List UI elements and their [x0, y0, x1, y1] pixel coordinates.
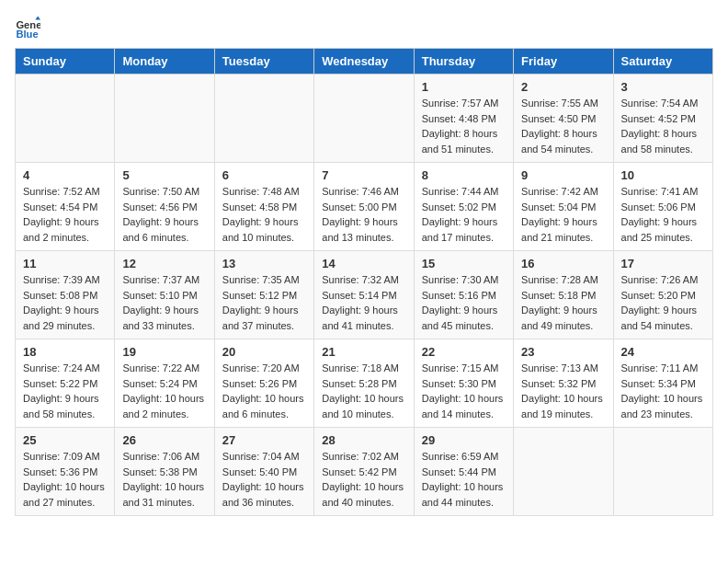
day-number: 22 [422, 345, 506, 359]
calendar-cell: 12Sunrise: 7:37 AM Sunset: 5:10 PM Dayli… [115, 251, 214, 339]
calendar-cell: 25Sunrise: 7:09 AM Sunset: 5:36 PM Dayli… [16, 428, 115, 516]
weekday-header-tuesday: Tuesday [214, 49, 313, 75]
day-number: 29 [422, 433, 506, 447]
calendar-cell: 15Sunrise: 7:30 AM Sunset: 5:16 PM Dayli… [414, 251, 513, 339]
weekday-header-saturday: Saturday [613, 49, 712, 75]
day-number: 17 [621, 257, 705, 270]
day-info: Sunrise: 7:04 AM Sunset: 5:40 PM Dayligh… [222, 449, 306, 510]
calendar-cell: 10Sunrise: 7:41 AM Sunset: 5:06 PM Dayli… [613, 163, 712, 251]
calendar-cell [514, 428, 613, 516]
day-info: Sunrise: 6:59 AM Sunset: 5:44 PM Dayligh… [422, 449, 506, 510]
day-info: Sunrise: 7:18 AM Sunset: 5:28 PM Dayligh… [322, 361, 405, 421]
day-info: Sunrise: 7:15 AM Sunset: 5:30 PM Dayligh… [422, 361, 506, 421]
day-info: Sunrise: 7:52 AM Sunset: 4:54 PM Dayligh… [23, 184, 107, 245]
calendar-week-row: 18Sunrise: 7:24 AM Sunset: 5:22 PM Dayli… [16, 339, 713, 428]
weekday-header-friday: Friday [514, 49, 613, 75]
svg-text:Blue: Blue [16, 29, 38, 40]
calendar-cell: 26Sunrise: 7:06 AM Sunset: 5:38 PM Dayli… [115, 428, 214, 516]
calendar-cell: 5Sunrise: 7:50 AM Sunset: 4:56 PM Daylig… [115, 163, 214, 251]
calendar-cell: 4Sunrise: 7:52 AM Sunset: 4:54 PM Daylig… [16, 163, 115, 251]
day-number: 6 [222, 168, 306, 182]
day-info: Sunrise: 7:44 AM Sunset: 5:02 PM Dayligh… [422, 184, 506, 245]
day-info: Sunrise: 7:48 AM Sunset: 4:58 PM Dayligh… [222, 184, 306, 245]
day-info: Sunrise: 7:54 AM Sunset: 4:52 PM Dayligh… [621, 96, 705, 156]
day-number: 13 [222, 257, 306, 270]
day-info: Sunrise: 7:09 AM Sunset: 5:36 PM Dayligh… [23, 449, 107, 510]
calendar-cell: 21Sunrise: 7:18 AM Sunset: 5:28 PM Dayli… [314, 339, 414, 428]
weekday-header-monday: Monday [115, 49, 214, 75]
day-info: Sunrise: 7:13 AM Sunset: 5:32 PM Dayligh… [521, 361, 605, 421]
svg-marker-2 [35, 16, 40, 19]
calendar-cell: 19Sunrise: 7:22 AM Sunset: 5:24 PM Dayli… [115, 339, 214, 428]
calendar-cell: 13Sunrise: 7:35 AM Sunset: 5:12 PM Dayli… [214, 251, 313, 339]
day-number: 10 [621, 168, 705, 182]
calendar-cell: 6Sunrise: 7:48 AM Sunset: 4:58 PM Daylig… [214, 163, 313, 251]
day-info: Sunrise: 7:39 AM Sunset: 5:08 PM Dayligh… [23, 272, 107, 333]
day-number: 3 [621, 80, 705, 94]
day-number: 2 [521, 80, 605, 94]
weekday-header-thursday: Thursday [414, 49, 513, 75]
day-info: Sunrise: 7:11 AM Sunset: 5:34 PM Dayligh… [621, 361, 705, 421]
weekday-header-wednesday: Wednesday [314, 49, 414, 75]
day-number: 23 [521, 345, 605, 359]
day-info: Sunrise: 7:41 AM Sunset: 5:06 PM Dayligh… [621, 184, 705, 245]
calendar-table: SundayMondayTuesdayWednesdayThursdayFrid… [15, 48, 713, 516]
calendar-cell: 11Sunrise: 7:39 AM Sunset: 5:08 PM Dayli… [16, 251, 115, 339]
day-number: 4 [23, 168, 107, 182]
calendar-cell: 29Sunrise: 6:59 AM Sunset: 5:44 PM Dayli… [414, 428, 513, 516]
calendar-cell: 17Sunrise: 7:26 AM Sunset: 5:20 PM Dayli… [613, 251, 712, 339]
day-info: Sunrise: 7:42 AM Sunset: 5:04 PM Dayligh… [521, 184, 605, 245]
calendar-cell [115, 75, 214, 163]
day-number: 15 [422, 257, 506, 270]
day-info: Sunrise: 7:37 AM Sunset: 5:10 PM Dayligh… [122, 272, 206, 333]
logo-icon: General Blue [15, 15, 40, 40]
calendar-cell [314, 75, 414, 163]
day-number: 25 [23, 433, 107, 447]
day-info: Sunrise: 7:57 AM Sunset: 4:48 PM Dayligh… [422, 96, 506, 156]
day-info: Sunrise: 7:32 AM Sunset: 5:14 PM Dayligh… [322, 272, 405, 333]
day-number: 14 [322, 257, 405, 270]
logo: General Blue [15, 15, 44, 40]
day-number: 1 [422, 80, 506, 94]
day-info: Sunrise: 7:35 AM Sunset: 5:12 PM Dayligh… [222, 272, 306, 333]
calendar-week-row: 1Sunrise: 7:57 AM Sunset: 4:48 PM Daylig… [16, 75, 713, 163]
calendar-cell: 9Sunrise: 7:42 AM Sunset: 5:04 PM Daylig… [514, 163, 613, 251]
calendar-cell: 27Sunrise: 7:04 AM Sunset: 5:40 PM Dayli… [214, 428, 313, 516]
day-info: Sunrise: 7:55 AM Sunset: 4:50 PM Dayligh… [521, 96, 605, 156]
day-info: Sunrise: 7:06 AM Sunset: 5:38 PM Dayligh… [122, 449, 206, 510]
calendar-cell: 24Sunrise: 7:11 AM Sunset: 5:34 PM Dayli… [613, 339, 712, 428]
day-number: 19 [122, 345, 206, 359]
day-number: 28 [322, 433, 405, 447]
day-number: 27 [222, 433, 306, 447]
day-info: Sunrise: 7:50 AM Sunset: 4:56 PM Dayligh… [122, 184, 206, 245]
day-number: 12 [122, 257, 206, 270]
calendar-cell [214, 75, 313, 163]
calendar-cell: 28Sunrise: 7:02 AM Sunset: 5:42 PM Dayli… [314, 428, 414, 516]
calendar-cell: 22Sunrise: 7:15 AM Sunset: 5:30 PM Dayli… [414, 339, 513, 428]
weekday-header-sunday: Sunday [16, 49, 115, 75]
day-number: 8 [422, 168, 506, 182]
day-info: Sunrise: 7:46 AM Sunset: 5:00 PM Dayligh… [322, 184, 405, 245]
day-number: 24 [621, 345, 705, 359]
day-info: Sunrise: 7:20 AM Sunset: 5:26 PM Dayligh… [222, 361, 306, 421]
day-number: 11 [23, 257, 107, 270]
day-number: 21 [322, 345, 405, 359]
day-info: Sunrise: 7:26 AM Sunset: 5:20 PM Dayligh… [621, 272, 705, 333]
day-number: 16 [521, 257, 605, 270]
day-info: Sunrise: 7:02 AM Sunset: 5:42 PM Dayligh… [322, 449, 405, 510]
day-info: Sunrise: 7:28 AM Sunset: 5:18 PM Dayligh… [521, 272, 605, 333]
day-number: 5 [122, 168, 206, 182]
day-number: 26 [122, 433, 206, 447]
day-info: Sunrise: 7:24 AM Sunset: 5:22 PM Dayligh… [23, 361, 107, 421]
day-info: Sunrise: 7:30 AM Sunset: 5:16 PM Dayligh… [422, 272, 506, 333]
day-number: 18 [23, 345, 107, 359]
calendar-cell [613, 428, 712, 516]
calendar-cell: 20Sunrise: 7:20 AM Sunset: 5:26 PM Dayli… [214, 339, 313, 428]
calendar-cell: 23Sunrise: 7:13 AM Sunset: 5:32 PM Dayli… [514, 339, 613, 428]
calendar-cell: 1Sunrise: 7:57 AM Sunset: 4:48 PM Daylig… [414, 75, 513, 163]
calendar-week-row: 4Sunrise: 7:52 AM Sunset: 4:54 PM Daylig… [16, 163, 713, 251]
calendar-cell: 3Sunrise: 7:54 AM Sunset: 4:52 PM Daylig… [613, 75, 712, 163]
day-number: 9 [521, 168, 605, 182]
calendar-cell: 18Sunrise: 7:24 AM Sunset: 5:22 PM Dayli… [16, 339, 115, 428]
calendar-cell: 16Sunrise: 7:28 AM Sunset: 5:18 PM Dayli… [514, 251, 613, 339]
